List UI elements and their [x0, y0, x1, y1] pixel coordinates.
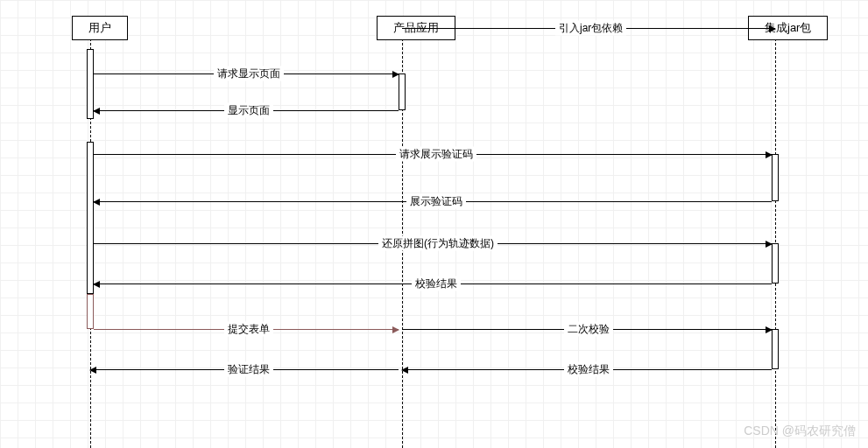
label-verify-result-user: 验证结果: [224, 362, 273, 377]
label-verify-result-app: 校验结果: [564, 362, 613, 377]
label-import-jar: 引入jar包依赖: [555, 21, 626, 36]
activation-jar-2: [772, 243, 779, 284]
label-second-verify: 二次校验: [564, 322, 613, 337]
activation-app-1: [399, 74, 406, 110]
label-submit-form: 提交表单: [224, 322, 273, 337]
label-request-page: 请求显示页面: [214, 66, 284, 81]
label-show-captcha: 展示验证码: [406, 194, 466, 209]
participant-user: 用户: [72, 16, 128, 40]
label-show-page: 显示页面: [224, 103, 273, 118]
label-verify-result-1: 校验结果: [412, 276, 461, 291]
label-restore-puzzle: 还原拼图(行为轨迹数据): [378, 236, 498, 251]
label-request-captcha: 请求展示验证码: [396, 147, 476, 162]
activation-jar-3: [772, 329, 779, 369]
activation-jar-1: [772, 154, 779, 201]
activation-user-2: [87, 142, 94, 294]
watermark: CSDN @码农研究僧: [744, 424, 856, 439]
activation-user-3: [87, 294, 94, 329]
